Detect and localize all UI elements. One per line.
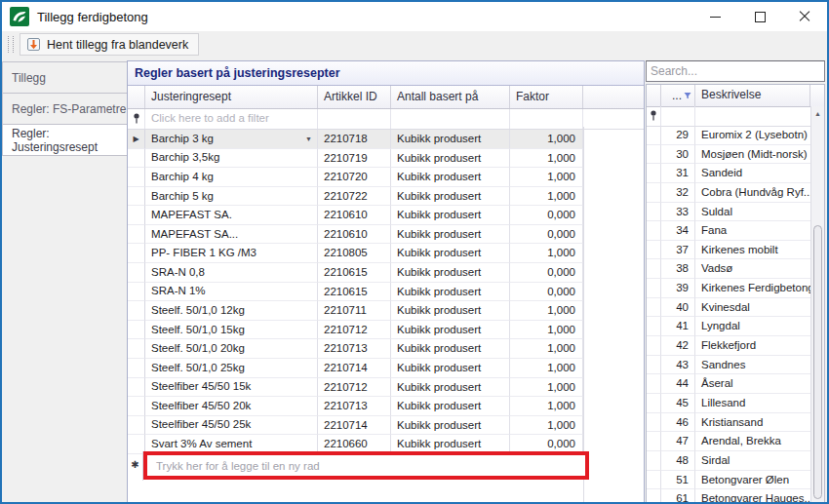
plant-id-cell[interactable]: 61 — [661, 489, 695, 502]
list-item[interactable]: 47Arendal, Brekka — [647, 432, 810, 451]
column-header-id[interactable]: ... — [661, 85, 695, 106]
cell-faktor[interactable]: 1,000 — [510, 397, 583, 416]
list-item[interactable]: 32Cobra (Hundvåg Ryf... — [647, 183, 810, 203]
cell-justeringresept[interactable]: Steelf. 50/1,0 12kg — [145, 301, 318, 321]
plant-beskrivelse-cell[interactable]: Betongvarer Hauges... — [695, 489, 810, 502]
cell-antall-basert-pa[interactable]: Kubikk produsert — [391, 321, 510, 340]
plant-beskrivelse-cell[interactable]: Lyngdal — [695, 317, 810, 336]
plant-beskrivelse-cell[interactable]: Åseral — [695, 374, 810, 394]
cell-faktor[interactable]: 1,000 — [510, 359, 583, 378]
plant-beskrivelse-cell[interactable]: Arendal, Brekka — [695, 432, 810, 451]
table-row[interactable]: Steelf. 50/1,0 25kg2210714Kubikk produse… — [128, 359, 644, 378]
plant-id-cell[interactable]: 32 — [661, 183, 695, 203]
table-row[interactable]: Steelfiber 45/50 25k2210714Kubikk produs… — [128, 416, 644, 436]
plant-id-cell[interactable]: 31 — [661, 164, 695, 183]
cell-artikkel-id[interactable]: 2210713 — [318, 397, 391, 416]
list-item[interactable]: 48Sirdal — [647, 451, 810, 471]
list-item[interactable]: 29Euromix 2 (Lysebotn) — [647, 126, 810, 145]
plant-id-cell[interactable]: 51 — [661, 471, 695, 490]
table-row[interactable]: MAPEFAST SA.2210610Kubikk produsert0,000 — [128, 206, 644, 225]
list-item[interactable]: 37Kirkenes mobilt — [647, 241, 810, 260]
cell-artikkel-id[interactable]: 2210713 — [318, 339, 391, 359]
cell-faktor[interactable]: 0,000 — [510, 225, 583, 245]
table-row[interactable]: Steelf. 50/1,0 15kg2210712Kubikk produse… — [128, 321, 644, 340]
cell-artikkel-id[interactable]: 2210610 — [318, 225, 391, 245]
plant-id-cell[interactable]: 38 — [661, 259, 695, 279]
search-input[interactable] — [646, 60, 825, 82]
cell-artikkel-id[interactable]: 2210722 — [318, 187, 391, 207]
table-row[interactable]: PP- FIBER 1 KG /M32210805Kubikk produser… — [128, 244, 644, 263]
minimize-button[interactable] — [692, 2, 737, 31]
list-item[interactable]: 31Sandeid — [647, 164, 810, 183]
plant-beskrivelse-cell[interactable]: Mosjøen (Midt-norsk) — [695, 145, 810, 165]
list-item[interactable]: 46Kristiansand — [647, 413, 810, 433]
plant-id-cell[interactable]: 29 — [661, 126, 695, 145]
plant-beskrivelse-cell[interactable]: Lillesand — [695, 394, 810, 413]
cell-justeringresept[interactable]: Barchip 3 kg▼ — [145, 130, 318, 149]
plant-id-cell[interactable]: 39 — [661, 279, 695, 298]
plant-id-cell[interactable]: 34 — [661, 221, 695, 241]
cell-justeringresept[interactable]: Barchip 4 kg — [145, 168, 318, 187]
cell-justeringresept[interactable]: SRA-N 0,8 — [145, 263, 318, 283]
list-item[interactable]: 61Betongvarer Hauges... — [647, 489, 810, 502]
cell-artikkel-id[interactable]: 2210712 — [318, 321, 391, 340]
cell-faktor[interactable]: 1,000 — [510, 244, 583, 263]
cell-faktor[interactable]: 1,000 — [510, 130, 583, 149]
plants-filter-id[interactable] — [661, 106, 695, 126]
table-row[interactable]: Steelf. 50/1,0 12kg2210711Kubikk produse… — [128, 301, 644, 321]
list-item[interactable]: 41Lyngdal — [647, 317, 810, 336]
plant-beskrivelse-cell[interactable]: Kirkenes mobilt — [695, 241, 810, 260]
add-new-row-highlight[interactable]: Trykk her for å legge til en ny rad — [143, 451, 589, 480]
table-row[interactable]: Steelfiber 45/50 20k2210713Kubikk produs… — [128, 397, 644, 416]
plant-id-cell[interactable]: 40 — [661, 298, 695, 318]
list-item[interactable]: 43Sandnes — [647, 356, 810, 375]
column-header-beskrivelse[interactable]: Beskrivelse — [695, 85, 810, 106]
cell-antall-basert-pa[interactable]: Kubikk produsert — [391, 263, 510, 283]
cell-faktor[interactable]: 1,000 — [510, 168, 583, 187]
cell-justeringresept[interactable]: Steelfiber 45/50 25k — [145, 416, 318, 436]
close-button[interactable] — [782, 2, 827, 31]
plant-beskrivelse-cell[interactable]: Kvinesdal — [695, 298, 810, 318]
cell-antall-basert-pa[interactable]: Kubikk produsert — [391, 283, 510, 302]
plant-id-cell[interactable]: 44 — [661, 374, 695, 394]
cell-antall-basert-pa[interactable]: Kubikk produsert — [391, 359, 510, 378]
cell-justeringresept[interactable]: PP- FIBER 1 KG /M3 — [145, 244, 318, 263]
plant-id-cell[interactable]: 48 — [661, 451, 695, 471]
cell-justeringresept[interactable]: SRA-N 1% — [145, 283, 318, 302]
cell-antall-basert-pa[interactable]: Kubikk produsert — [391, 225, 510, 245]
fetch-additives-button[interactable]: Hent tillegg fra blandeverk — [20, 33, 199, 56]
cell-faktor[interactable]: 1,000 — [510, 339, 583, 359]
sidebar-item-regler-fs-parametre[interactable]: Regler: FS-Parametre — [2, 93, 129, 125]
cell-artikkel-id[interactable]: 2210720 — [318, 168, 391, 187]
cell-justeringresept[interactable]: Barchip 3,5kg — [145, 149, 318, 169]
sidebar-item-regler-justeringsresept[interactable]: Regler: Justeringsresept — [2, 124, 129, 156]
plant-id-cell[interactable]: 43 — [661, 356, 695, 375]
filter-input-antall[interactable] — [391, 109, 510, 129]
sidebar-item-tillegg[interactable]: Tillegg — [2, 61, 129, 94]
cell-artikkel-id[interactable]: 2210714 — [318, 359, 391, 378]
plant-id-cell[interactable]: 41 — [661, 317, 695, 336]
cell-justeringresept[interactable]: Steelfiber 45/50 20k — [145, 397, 318, 416]
plant-beskrivelse-cell[interactable]: Suldal — [695, 203, 810, 222]
cell-antall-basert-pa[interactable]: Kubikk produsert — [391, 339, 510, 359]
table-row[interactable]: Steelf. 50/1,0 20kg2210713Kubikk produse… — [128, 339, 644, 359]
plant-beskrivelse-cell[interactable]: Sirdal — [695, 451, 810, 471]
plants-filter-beskrivelse[interactable] — [695, 106, 810, 126]
plant-beskrivelse-cell[interactable]: Fana — [695, 221, 810, 241]
cell-justeringresept[interactable]: Steelfiber 45/50 15k — [145, 378, 318, 398]
cell-antall-basert-pa[interactable]: Kubikk produsert — [391, 187, 510, 207]
cell-justeringresept[interactable]: Barchip 5 kg — [145, 187, 318, 207]
list-item[interactable]: 45Lillesand — [647, 394, 810, 413]
maximize-button[interactable] — [737, 2, 782, 31]
cell-artikkel-id[interactable]: 2210712 — [318, 378, 391, 398]
plant-beskrivelse-cell[interactable]: Vadsø — [695, 259, 810, 279]
cell-justeringresept[interactable]: MAPEFAST SA. — [145, 206, 318, 225]
table-row[interactable]: Barchip 5 kg2210722Kubikk produsert1,000 — [128, 187, 644, 207]
list-item[interactable]: 51Betongvarer Ølen — [647, 471, 810, 490]
list-item[interactable]: 33Suldal — [647, 203, 810, 222]
cell-justeringresept[interactable]: Steelf. 50/1,0 20kg — [145, 339, 318, 359]
column-header-faktor[interactable]: Faktor — [510, 86, 583, 108]
plant-id-cell[interactable]: 37 — [661, 241, 695, 260]
cell-faktor[interactable]: 1,000 — [510, 378, 583, 398]
cell-antall-basert-pa[interactable]: Kubikk produsert — [391, 206, 510, 225]
